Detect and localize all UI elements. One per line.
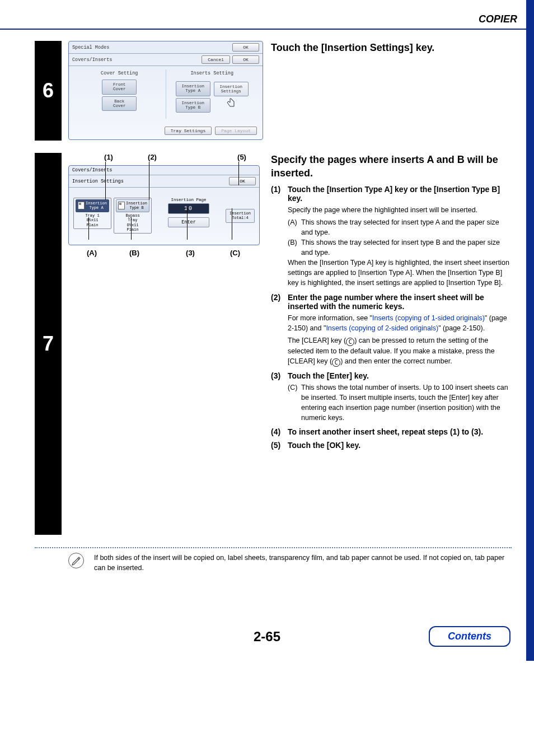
ok-button[interactable]: OK <box>232 43 259 52</box>
substep-3: (3)Touch the [Enter] key. <box>271 371 512 380</box>
ok-button-3[interactable]: OK <box>229 177 256 185</box>
page-number: 2-65 <box>254 629 280 644</box>
step-6-row: 6 Special Modes OK Covers/Inserts Cancel… <box>35 41 512 141</box>
p2-title1: Covers/Inserts <box>72 167 112 173</box>
type-b-tray-info: Bypass Tray 8½x11 Plain <box>116 213 149 232</box>
page-layout-button[interactable]: Page Layout <box>215 127 257 135</box>
substep-1: (1)Touch the [Insertion Type A] key or t… <box>271 185 512 203</box>
insertion-type-a-option[interactable]: Insertion Type A Tray 1 8½x11 Plain <box>73 198 111 229</box>
insertion-settings-panel: Covers/Inserts Insertion Settings OK Ins… <box>68 165 260 245</box>
callout-5: (5) <box>237 153 246 161</box>
p2-title2: Insertion Settings <box>72 179 124 184</box>
step-number-6: 6 <box>35 41 62 141</box>
clear-key-icon: C <box>346 338 354 346</box>
note-separator <box>35 547 512 548</box>
step-7-row: 7 (1) (2) (5) Covers/Inserts Insertion S… <box>35 153 512 535</box>
insertion-page-label: Insertion Page <box>154 198 223 202</box>
insertion-settings-button[interactable]: Insertion Settings <box>214 82 249 96</box>
callout-1: (1) <box>104 153 113 161</box>
step7-heading: Specify the pages where inserts A and B … <box>271 153 512 180</box>
callout-A: (A) <box>87 249 97 257</box>
cover-setting-head: Cover Setting <box>76 71 163 76</box>
page-footer: 2-65 Contents <box>0 629 534 661</box>
page-icon <box>78 202 85 209</box>
insertion-page-field[interactable]: 10 <box>168 203 209 214</box>
s1-item-B: (B)This shows the tray selected for inse… <box>288 237 512 258</box>
insertion-type-a-button[interactable]: Insertion Type A <box>176 81 210 96</box>
s2-clear: The [CLEAR] key (C) can be pressed to re… <box>288 335 512 367</box>
insertion-type-b-option[interactable]: Insertion Type B Bypass Tray 8½x11 Plain <box>114 198 152 234</box>
step-number-7: 7 <box>35 153 62 535</box>
insertion-settings-figure: (1) (2) (5) Covers/Inserts Insertion Set… <box>65 153 263 249</box>
link-1sided[interactable]: Inserts (copying of 1-sided originals) <box>372 314 485 322</box>
page-icon <box>118 202 125 209</box>
insertion-total: Insertion Total:4 <box>226 209 255 223</box>
pointer-hand-icon <box>214 97 249 112</box>
section-title: COPIER <box>479 13 517 25</box>
callout-C: (C) <box>230 249 240 257</box>
page-header: COPIER <box>0 0 534 30</box>
type-a-tray-info: Tray 1 8½x11 Plain <box>76 213 109 227</box>
substep-2: (2)Enter the page number where the inser… <box>271 293 512 311</box>
back-cover-button[interactable]: Back Cover <box>102 96 137 111</box>
covers-inserts-panel: Special Modes OK Covers/Inserts Cancel O… <box>68 41 263 140</box>
substep-5: (5)Touch the [OK] key. <box>271 441 512 450</box>
s1-item-A: (A)This shows the tray selected for inse… <box>288 217 512 237</box>
panel-subtitle: Covers/Inserts <box>72 57 112 63</box>
s3-item-C: (C)This shows the total number of insert… <box>288 382 512 423</box>
s1-tail: When the [Insertion Type A] key is highl… <box>288 258 512 288</box>
ok-button-2[interactable]: OK <box>232 55 259 64</box>
note-pencil-icon <box>68 553 84 568</box>
note-row: If both sides of the insert will be copi… <box>35 553 512 573</box>
substep-4: (4)To insert another insert sheet, repea… <box>271 427 512 436</box>
callout-3: (3) <box>186 249 195 257</box>
contents-button[interactable]: Contents <box>429 626 510 647</box>
insertion-type-b-button[interactable]: Insertion Type B <box>176 98 210 113</box>
cancel-button[interactable]: Cancel <box>202 55 230 64</box>
front-cover-button[interactable]: Front Cover <box>102 80 137 95</box>
step6-instruction: Touch the [Insertion Settings] key. <box>271 41 512 54</box>
enter-button[interactable]: Enter <box>168 217 209 227</box>
callout-B: (B) <box>129 249 139 257</box>
s1-body: Specify the page where the highlighted i… <box>288 205 512 215</box>
panel-title: Special Modes <box>72 45 109 50</box>
note-text: If both sides of the insert will be copi… <box>94 553 512 573</box>
inserts-setting-head: Inserts Setting <box>168 71 256 76</box>
callout-2: (2) <box>148 153 157 161</box>
s2-links: For more information, see "Inserts (copy… <box>288 313 512 333</box>
tray-settings-button[interactable]: Tray Settings <box>165 127 212 135</box>
clear-key-icon: C <box>332 358 340 367</box>
link-2sided[interactable]: Inserts (copying of 2-sided originals) <box>326 324 438 332</box>
